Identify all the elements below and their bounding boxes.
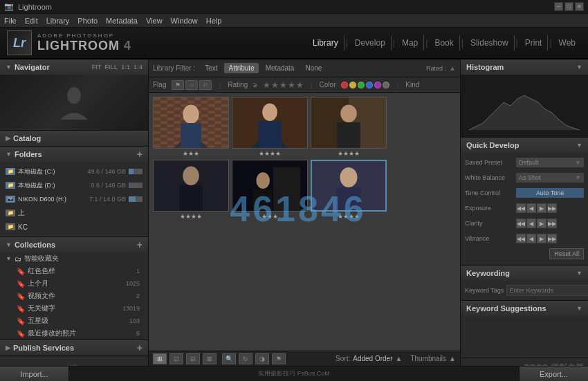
nav-library[interactable]: Library [307, 35, 344, 50]
photo-cell-5[interactable]: ★★★ [232, 160, 308, 220]
minimize-button[interactable]: ─ [554, 2, 563, 11]
color-dot-red[interactable] [341, 82, 348, 89]
catalog-header[interactable]: ▶ Catalog [0, 131, 148, 146]
view-color-btn[interactable]: ◑ [255, 353, 269, 364]
color-dot-green[interactable] [358, 82, 365, 89]
qd-exp-inc2[interactable]: ▶▶ [547, 203, 557, 213]
menu-help[interactable]: Help [206, 17, 222, 25]
title-bar-controls[interactable]: ─ □ ✕ [554, 2, 584, 11]
nav-web[interactable]: Web [553, 35, 581, 50]
filter-tab-text[interactable]: Text [201, 63, 221, 73]
quick-develop-header[interactable]: Quick Develop ▼ [461, 138, 588, 153]
keywording-header[interactable]: Keywording ▼ [461, 266, 588, 281]
nav-develop[interactable]: Develop [349, 35, 392, 50]
star-1[interactable]: ★ [263, 80, 270, 90]
folder-item-h[interactable]: 📷 NIKON D600 (H:) 7.1 / 14.0 GB [0, 192, 148, 206]
flag-btn-down[interactable]: ⚐ [199, 80, 212, 90]
color-dot-blue[interactable] [366, 82, 373, 89]
qd-exp-dec1[interactable]: ◀ [526, 203, 536, 213]
qd-vib-dec1[interactable]: ◀ [526, 234, 536, 243]
menu-metadata[interactable]: Metadata [106, 17, 138, 25]
qd-cla-dec1[interactable]: ◀ [526, 219, 536, 228]
qd-auto-tone-btn[interactable]: Auto Tone [516, 188, 584, 198]
sort-value[interactable]: Added Order [353, 355, 392, 362]
filter-tab-attribute[interactable]: Attribute [224, 63, 258, 73]
menu-file[interactable]: File [4, 17, 17, 25]
folder-item-kc[interactable]: 📁 KC [0, 220, 148, 234]
navigator-header[interactable]: ▼ Navigator FIT FILL 1:1 1:4 [0, 59, 148, 75]
flag-btn-neutral[interactable]: ○ [185, 80, 198, 90]
photo-cell-3[interactable]: ★★★★ [311, 97, 387, 157]
star-4[interactable]: ★ [288, 80, 295, 90]
collections-header[interactable]: ▼ Collections + [0, 237, 148, 252]
sort-arrow[interactable]: ▲ [395, 355, 402, 362]
folders-header[interactable]: ▼ Folders + [0, 147, 148, 162]
folder-item-d[interactable]: 📁 本地磁盘 (D:) 0.6 / 146 GB [0, 178, 148, 192]
photo-cell-6[interactable]: ★★★★ [311, 160, 387, 220]
star-2[interactable]: ★ [271, 80, 279, 90]
kw-tags-input[interactable] [506, 285, 588, 296]
qd-saved-preset-ctrl[interactable]: Default ▼ [516, 158, 584, 167]
qd-vib-inc1[interactable]: ▶ [537, 234, 546, 243]
view-grid-btn[interactable]: ⊞ [153, 353, 167, 364]
import-button[interactable]: Import... [0, 366, 69, 382]
color-dot-yellow[interactable] [349, 82, 356, 89]
view-rotate-btn[interactable]: ↻ [239, 353, 252, 364]
color-dot-purple[interactable] [374, 82, 381, 89]
collection-item-5star[interactable]: 🔖 五星级 103 [0, 315, 148, 327]
collection-item-red[interactable]: 🔖 红色色样 1 [0, 265, 148, 277]
color-dot-none[interactable] [383, 82, 389, 89]
qd-reset-btn[interactable]: Reset All [549, 248, 584, 259]
qd-vib-dec2[interactable]: ◀◀ [516, 234, 526, 243]
kw-suggestions-header[interactable]: Keyword Suggestions ▼ [461, 301, 588, 316]
collection-item-month[interactable]: 🔖 上个月 1025 [0, 277, 148, 290]
collection-item-recent[interactable]: 🔖 最近修改的照片 6 [0, 327, 148, 340]
maximize-button[interactable]: □ [564, 2, 573, 11]
qd-vib-inc2[interactable]: ▶▶ [547, 234, 557, 243]
view-survey-btn[interactable]: ⊠ [203, 353, 217, 364]
close-button[interactable]: ✕ [575, 2, 584, 11]
qd-exp-inc1[interactable]: ▶ [537, 203, 546, 213]
export-button[interactable]: Export... [519, 366, 588, 382]
filter-tab-none[interactable]: None [301, 63, 326, 73]
filter-expand-icon[interactable]: ▲ [449, 64, 456, 72]
star-3[interactable]: ★ [279, 80, 287, 90]
menu-view[interactable]: View [146, 17, 163, 25]
publish-services-header[interactable]: ▶ Publish Services + [0, 340, 148, 355]
menu-edit[interactable]: Edit [25, 17, 38, 25]
folders-add-btn[interactable]: + [137, 149, 143, 160]
folder-item-c[interactable]: 📁 本地磁盘 (C:) 49.6 / 146 GB [0, 165, 148, 178]
photo-cell-1[interactable]: ★★★ [153, 97, 229, 157]
menu-photo[interactable]: Photo [77, 17, 98, 25]
collection-item-video[interactable]: 🔖 视频文件 2 [0, 290, 148, 302]
star-5[interactable]: ★ [296, 80, 304, 90]
publish-add-btn[interactable]: + [137, 342, 143, 353]
collection-parent-item[interactable]: ▼ 🗂 智能收藏夹 [0, 252, 148, 265]
qd-cla-dec2[interactable]: ◀◀ [516, 219, 526, 228]
collection-item-nokw[interactable]: 🔖 无关键字 13019 [0, 302, 148, 315]
view-flag-btn[interactable]: ⚑ [272, 353, 286, 364]
nav-book[interactable]: Book [429, 35, 459, 50]
collections-add-btn[interactable]: + [137, 239, 143, 250]
svg-point-10 [262, 104, 277, 122]
qd-exp-dec2[interactable]: ◀◀ [516, 203, 526, 213]
histogram-header[interactable]: Histogram ▼ [461, 59, 588, 75]
view-compare-btn[interactable]: ⊟ [186, 353, 200, 364]
qd-wb-ctrl[interactable]: As Shot ▼ [516, 173, 584, 183]
qd-cla-inc1[interactable]: ▶ [537, 219, 546, 228]
folder-item-u[interactable]: 📁 上 [0, 206, 148, 220]
photo-cell-4[interactable]: ★★★★ [153, 160, 229, 220]
menu-window[interactable]: Window [171, 17, 198, 25]
photo-stars-3: ★★★★ [338, 150, 360, 157]
view-other-btn[interactable]: 🔍 [222, 353, 236, 364]
nav-slideshow[interactable]: Slideshow [465, 35, 515, 50]
qd-cla-inc2[interactable]: ▶▶ [547, 219, 557, 228]
view-loupe-btn[interactable]: ⊡ [169, 353, 183, 364]
filter-tab-metadata[interactable]: Metadata [261, 63, 299, 73]
nav-map[interactable]: Map [396, 35, 424, 50]
flag-btn-up[interactable]: ⚑ [172, 80, 184, 90]
nav-print[interactable]: Print [520, 35, 549, 50]
thumbnail-slider-btn[interactable]: ▲ [449, 355, 456, 362]
menu-library[interactable]: Library [46, 17, 70, 25]
photo-cell-2[interactable]: ★★★★ [232, 97, 308, 157]
